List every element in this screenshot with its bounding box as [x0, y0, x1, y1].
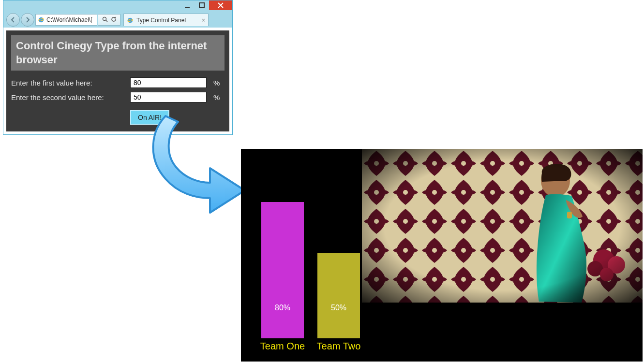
svg-rect-1	[199, 3, 204, 8]
window-title-bar	[3, 0, 232, 13]
bar-rect	[261, 202, 304, 338]
panel-heading: Control Cinegy Type from the internet br…	[11, 35, 225, 71]
url-text: C:\Work\Michael\[	[46, 16, 92, 23]
output-preview: 80% Team One 50% Team Two	[241, 149, 643, 362]
bar-team-two: 50% Team Two	[317, 253, 360, 338]
second-value-label: Enter the second value here:	[11, 93, 130, 101]
nav-forward-button[interactable]	[21, 13, 34, 27]
bar-value-label: 80%	[261, 304, 304, 312]
window-close-button[interactable]	[209, 0, 232, 10]
form-row-second: Enter the second value here: %	[11, 92, 225, 102]
page-viewport: Control Cinegy Type from the internet br…	[3, 28, 232, 134]
browser-window: C:\Work\Michael\[ Type Control Panel × C…	[3, 0, 233, 135]
tab-close-icon[interactable]: ×	[202, 17, 205, 24]
percent-suffix: %	[213, 79, 220, 87]
control-panel: Control Cinegy Type from the internet br…	[6, 30, 229, 131]
refresh-icon[interactable]	[111, 15, 117, 24]
video-frame	[362, 149, 643, 303]
window-maximize-button[interactable]	[195, 0, 209, 10]
url-input[interactable]: C:\Work\Michael\[	[35, 14, 97, 26]
svg-line-5	[106, 20, 107, 22]
ie-icon	[38, 16, 45, 23]
search-icon[interactable]	[102, 15, 108, 24]
second-value-input[interactable]	[130, 92, 207, 102]
ie-icon	[127, 17, 134, 24]
first-value-input[interactable]	[130, 77, 207, 88]
nav-back-button[interactable]	[6, 13, 20, 27]
svg-rect-17	[362, 149, 643, 303]
bar-category-label: Team One	[255, 341, 310, 352]
form-row-first: Enter the first value here: %	[11, 77, 225, 88]
bar-team-one: 80% Team One	[261, 202, 304, 338]
tab-title: Type Control Panel	[136, 17, 186, 24]
svg-rect-0	[185, 7, 190, 8]
browser-tab[interactable]: Type Control Panel ×	[123, 14, 209, 26]
bar-rect	[317, 253, 360, 338]
bar-value-label: 50%	[317, 304, 360, 312]
on-air-button[interactable]: On AIR!	[130, 110, 169, 125]
address-bar: C:\Work\Michael\[ Type Control Panel ×	[3, 13, 232, 28]
window-minimize-button[interactable]	[180, 0, 195, 10]
svg-point-4	[103, 17, 106, 21]
bar-category-label: Team Two	[312, 341, 366, 352]
percent-suffix: %	[213, 93, 220, 101]
first-value-label: Enter the first value here:	[11, 79, 130, 87]
bar-chart: 80% Team One 50% Team Two	[250, 149, 375, 362]
search-refresh-group	[98, 14, 120, 26]
